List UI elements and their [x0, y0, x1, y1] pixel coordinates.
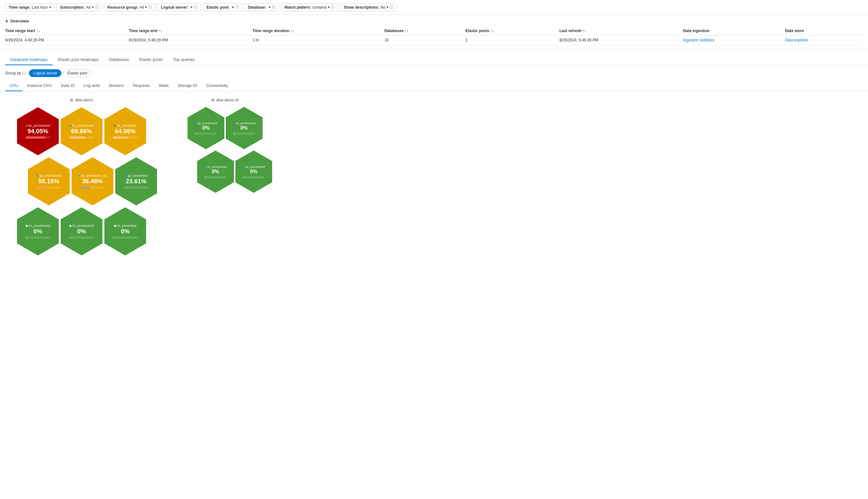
filter-pill-last-hour[interactable]: Time range: Last hour ▾	[5, 3, 55, 11]
hex-db-name: gp_provisioned	[37, 174, 61, 178]
hex-dot	[114, 225, 116, 227]
metric-tab-storage-io[interactable]: Storage IO	[173, 81, 201, 91]
chevron-down-icon: ▾	[232, 5, 234, 9]
hex-bar-container	[69, 136, 94, 138]
db-icon: ⊞	[70, 98, 73, 102]
filter-bar: Time range: Last hour ▾ Subscription: Al…	[0, 0, 868, 15]
hex-percentage: 23.61%	[126, 178, 146, 185]
hex-db-name: bc_provisioned	[204, 165, 227, 169]
hexagon-bc-provisioned[interactable]: bc_provisioned0%	[235, 150, 272, 193]
filter-pill-all[interactable]: Resource group: All ▾ ⓘ	[104, 3, 155, 11]
tab-db-heatmaps[interactable]: Database heatmaps	[5, 54, 53, 65]
hex-dot	[233, 122, 235, 124]
group-by-elastic-pool[interactable]: Elastic pool	[63, 69, 91, 77]
filter-pill-contains[interactable]: Match pattern: contains ▾ ⓘ	[281, 3, 338, 11]
hex-dot	[26, 225, 28, 227]
filter-value: contains	[312, 5, 327, 10]
hex-name-text: hs_serverless_nr1	[81, 174, 107, 178]
tab-elastic-pools[interactable]: Elastic pools	[134, 54, 168, 65]
filter-pill-<unset>[interactable]: Database: ▾ ⓘ	[245, 3, 279, 11]
hex-bar	[69, 136, 85, 138]
hex-db-name: gp_serverless	[124, 174, 147, 178]
hexagon-bc-provisioned[interactable]: bc_provisioned0%	[17, 207, 59, 255]
sort-icon: ↑↓	[583, 28, 586, 33]
metric-tab-connectivity[interactable]: Connectivity	[202, 81, 233, 91]
col-time-start[interactable]: Time range start ↑↓	[5, 27, 129, 35]
cluster-dbw-demo: ⊞ dbw-demobc_provisioned94.05%hs_provisi…	[5, 98, 158, 256]
hexagon-hs-serverless[interactable]: hs_serverless0%	[104, 207, 146, 255]
col-duration[interactable]: Time range duration ↑↓	[252, 27, 384, 35]
main-tabs-section: Database heatmapsElastic pool heatmapsDa…	[0, 49, 868, 65]
hexagon-gp-provisioned[interactable]: gp_provisioned0%	[188, 107, 225, 149]
hex-percentage: 0%	[240, 125, 248, 131]
hex-percentage: 0%	[202, 125, 210, 131]
tab-databases[interactable]: Databases	[104, 54, 134, 65]
group-by-logical-server[interactable]: Logical server	[29, 69, 61, 77]
cell-data-ingestion[interactable]: Ingestion statistics	[683, 35, 785, 45]
metric-tab-waits[interactable]: Waits	[154, 81, 173, 91]
hexagon-bc-provisioned[interactable]: bc_provisioned94.05%	[17, 107, 59, 155]
hexagon-hs-serverless[interactable]: hs_serverless64.06%	[104, 107, 146, 155]
hexagon-gp-serverless[interactable]: gp_serverless23.61%	[115, 157, 157, 205]
hexagon-hs-provisioned[interactable]: hs_provisioned0%	[226, 107, 263, 149]
col-data-ingestion[interactable]: Data ingestion	[683, 27, 785, 35]
col-data-store[interactable]: Data store	[785, 27, 863, 35]
hexagon-gp-provisioned[interactable]: gp_provisioned50.15%	[28, 157, 70, 205]
tab-ep-heatmaps[interactable]: Elastic pool heatmaps	[53, 54, 104, 65]
overview-header[interactable]: ∧ Overview	[5, 19, 863, 23]
overview-section: ∧ Overview Time range start ↑↓ Time rang…	[0, 15, 868, 45]
hex-bar-container	[124, 186, 149, 189]
col-last-refresh[interactable]: Last refresh ↑↓	[559, 27, 683, 35]
hex-bar-container	[234, 133, 255, 135]
collapse-icon: ∧	[5, 19, 8, 23]
hex-db-name: bc_provisioned	[242, 165, 265, 169]
hex-dot	[78, 175, 80, 177]
metric-tab-cpu[interactable]: CPU	[5, 81, 23, 91]
hex-dot	[26, 125, 28, 127]
group-by-buttons: Logical serverElastic pool	[29, 69, 91, 77]
hexagon-hs-serverless-nr1[interactable]: hs_serverless_nr136.48%	[72, 157, 114, 205]
hex-bar	[195, 133, 196, 135]
hex-bar	[243, 176, 244, 179]
hex-db-name: hs_serverless	[114, 124, 137, 127]
filter-value: All	[86, 5, 90, 10]
col-databases[interactable]: Databases ↑↓	[384, 27, 465, 35]
hex-name-text: bc_provisioned	[245, 165, 265, 169]
hex-bar	[234, 133, 235, 135]
metric-tab-workers[interactable]: Workers	[104, 81, 128, 91]
metric-tab-instance-cpu[interactable]: Instance CPU	[23, 81, 56, 91]
cell-data-store[interactable]: Data explorer	[785, 35, 863, 45]
filter-value: All	[140, 5, 144, 10]
hex-percentage: 64.06%	[115, 128, 135, 135]
filter-pill-no[interactable]: Show descriptions: No ▾ ⓘ	[340, 3, 397, 11]
hex-db-name: hs_serverless_nr1	[78, 174, 107, 178]
hexagon-hs-provisioned[interactable]: hs_provisioned0%	[61, 207, 103, 255]
hex-bar	[205, 176, 206, 179]
col-time-end[interactable]: Time range end ↑↓	[129, 27, 252, 35]
sort-icon: ↑↓	[490, 28, 494, 33]
hex-bar	[113, 136, 128, 138]
db-icon: ⊞	[211, 98, 214, 102]
filter-pill-<unset>[interactable]: Logical server: ▾ ⓘ	[157, 3, 201, 11]
hex-bar-container	[26, 136, 50, 138]
info-icon: ⓘ	[95, 5, 98, 10]
col-elastic-pools[interactable]: Elastic pools ↑↓	[465, 27, 559, 35]
hex-bar-container	[69, 236, 94, 239]
overview-title: Overview	[10, 19, 29, 23]
hex-dot	[114, 125, 116, 127]
metric-tab-data-io[interactable]: Data IO	[57, 81, 79, 91]
metric-tab-requests[interactable]: Requests	[129, 81, 154, 91]
filter-pill-all[interactable]: Subscription: All ▾ ⓘ	[57, 3, 102, 11]
metric-tab-log-write[interactable]: Log write	[79, 81, 105, 91]
hex-dot	[69, 125, 71, 127]
info-icon: ⓘ	[272, 5, 275, 10]
hexagon-hs-provisioned[interactable]: hs_provisioned69.66%	[61, 107, 103, 155]
hex-dot	[37, 175, 38, 177]
chevron-down-icon: ▾	[145, 5, 147, 9]
hexagon-bc-provisioned[interactable]: bc_provisioned0%	[197, 150, 234, 193]
cluster-name: dbw-demo	[75, 98, 93, 102]
group-by-label: Group by ⓘ	[5, 71, 26, 76]
filter-pill-<unset>[interactable]: Elastic pool: ▾ ⓘ	[203, 3, 242, 11]
hex-bar	[26, 136, 46, 138]
tab-top-queries[interactable]: Top queries	[168, 54, 200, 65]
